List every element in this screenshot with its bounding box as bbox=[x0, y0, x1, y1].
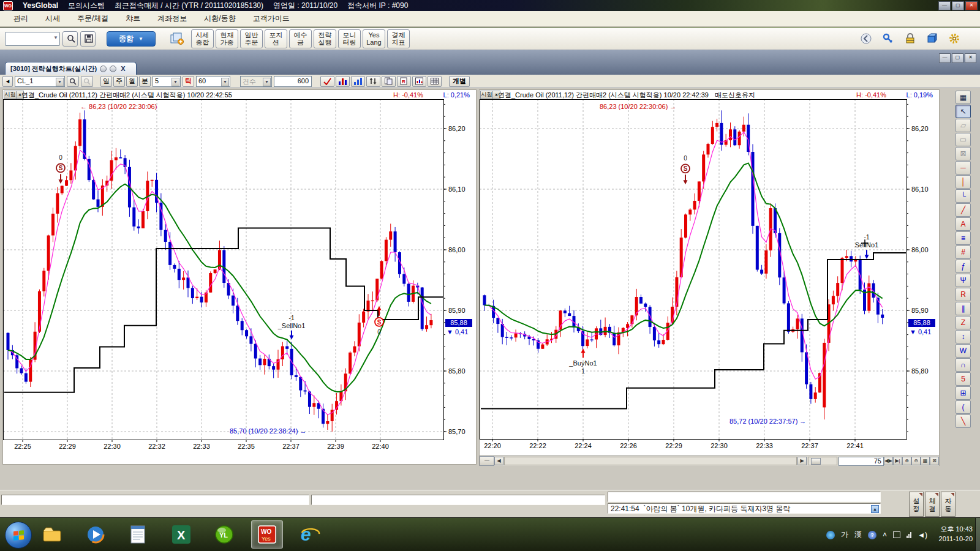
maximize-button[interactable]: ▢ bbox=[952, 1, 964, 10]
tick-button[interactable]: 틱 bbox=[183, 76, 194, 87]
menu-item-5[interactable]: 시황/동향 bbox=[195, 13, 244, 24]
close-button[interactable]: ✕ bbox=[965, 1, 978, 10]
tab-strategy-chart[interactable]: [3010] 전략실행차트(실시간) X bbox=[5, 62, 137, 75]
period-button-2[interactable]: 월 bbox=[126, 76, 138, 87]
chart-doc-icon[interactable] bbox=[412, 76, 426, 87]
ime-korean[interactable]: 가 bbox=[841, 530, 848, 540]
search-button[interactable] bbox=[62, 31, 78, 47]
taskbar-app-media-player[interactable] bbox=[80, 520, 111, 549]
menu-item-3[interactable]: 챠트 bbox=[117, 13, 149, 24]
quick-button-2[interactable]: 일반 주문 bbox=[240, 29, 263, 48]
quick-button-5[interactable]: 전략 실행 bbox=[314, 29, 336, 48]
taskbar-app-explorer[interactable] bbox=[37, 520, 69, 549]
menu-item-2[interactable]: 주문/체결 bbox=[69, 13, 117, 24]
tray-clock[interactable]: 오후 10:43 2011-10-20 bbox=[939, 524, 973, 544]
quick-button-4[interactable]: 예수 금 bbox=[289, 29, 312, 48]
level-lines-tool-icon[interactable]: ≡ bbox=[956, 231, 971, 245]
combo-arrow-icon[interactable]: ▼ bbox=[53, 35, 58, 40]
doc-r-icon[interactable]: R bbox=[397, 76, 411, 87]
menu-item-4[interactable]: 계좌정보 bbox=[149, 13, 195, 24]
help-icon[interactable]: ? bbox=[868, 531, 876, 539]
child-minimize-button[interactable]: — bbox=[939, 53, 951, 63]
price-chart-right[interactable]: 86,2086,1086,0085,9085,8022:2022:2222:24… bbox=[480, 99, 938, 455]
save-button[interactable] bbox=[80, 31, 96, 47]
quick-button-1[interactable]: 현재 가종 bbox=[216, 29, 238, 48]
zigzag-tool-icon[interactable]: Z bbox=[956, 316, 971, 329]
category-dropdown[interactable]: 종합▼ bbox=[107, 31, 156, 47]
channel-tool-icon[interactable]: ∥ bbox=[956, 302, 971, 315]
eraser-all-icon[interactable]: ⊠ bbox=[956, 147, 971, 160]
bar-count-tool-icon[interactable]: # bbox=[956, 246, 971, 259]
zoom-out-icon[interactable]: ⊖ bbox=[911, 457, 921, 465]
new-window-button[interactable] bbox=[165, 30, 185, 48]
scroll-grip[interactable]: — bbox=[480, 456, 494, 466]
bar-count-input[interactable]: 600 bbox=[274, 76, 312, 87]
regression-tool-icon[interactable]: ╲ bbox=[956, 414, 971, 428]
cursor-tool-icon[interactable]: ↖ bbox=[956, 105, 971, 118]
settings-gear-icon[interactable] bbox=[944, 32, 958, 45]
arc-tool-icon[interactable]: ∩ bbox=[956, 358, 971, 372]
period-button-0[interactable]: 일 bbox=[100, 76, 112, 87]
price-chart-left[interactable]: 86,2086,1086,0085,9085,8085,7022:2522:29… bbox=[3, 99, 475, 464]
minimize-button[interactable]: — bbox=[938, 1, 951, 10]
style-check-icon[interactable] bbox=[320, 76, 334, 87]
nav-back-button[interactable]: ◂ bbox=[2, 76, 13, 87]
period-button-1[interactable]: 주 bbox=[113, 76, 125, 87]
menu-item-1[interactable]: 시세 bbox=[37, 13, 69, 24]
symbol-combo[interactable]: CL_1▼ bbox=[15, 76, 65, 87]
taskbar-app-yesglobal[interactable]: WOYes bbox=[251, 520, 283, 549]
volume-icon[interactable]: ◄) bbox=[918, 531, 927, 539]
scroll-left-icon[interactable]: ◀ bbox=[494, 457, 503, 465]
pitchfork-tool-icon[interactable]: Ψ bbox=[956, 274, 971, 287]
show-desktop-button[interactable] bbox=[975, 518, 980, 551]
taskbar-app-excel[interactable]: X bbox=[165, 520, 197, 549]
bars-mixed-icon[interactable] bbox=[336, 76, 350, 87]
cycle-tool-icon[interactable]: ( bbox=[956, 400, 971, 414]
status-button-1[interactable]: 체 결 bbox=[925, 492, 940, 517]
tray-expand-icon[interactable]: ˄ bbox=[883, 531, 887, 539]
symbol-search-button[interactable] bbox=[67, 76, 79, 87]
angle-line-tool-icon[interactable]: └ bbox=[956, 189, 971, 203]
period-button-3[interactable]: 분 bbox=[139, 76, 151, 87]
count-combo[interactable]: 건수▼ bbox=[240, 76, 272, 87]
tab-close-icon[interactable]: X bbox=[121, 65, 125, 72]
chart-type-icon[interactable]: ▦ bbox=[956, 91, 971, 104]
tab-pin-icon[interactable] bbox=[110, 66, 116, 72]
text-tool-icon[interactable]: A bbox=[956, 217, 971, 231]
taskbar-app-internet-explorer[interactable]: e bbox=[294, 520, 326, 549]
interval-combo[interactable]: 5▼ bbox=[153, 76, 181, 87]
news-ticker[interactable]: 22:41:54 `아랍의 봄` 10개월, 카다피등 독재자3명 몰락 ▲ bbox=[608, 503, 881, 514]
taskbar-app-notepad[interactable] bbox=[123, 520, 154, 549]
gann-tool-icon[interactable]: ⊞ bbox=[956, 386, 971, 400]
quick-button-8[interactable]: 경제 지표 bbox=[387, 29, 410, 48]
ime-hanja[interactable]: 漢 bbox=[854, 530, 862, 540]
doc-copy-icon[interactable] bbox=[382, 76, 396, 87]
taskbar-app-yeslang[interactable]: YL bbox=[208, 520, 240, 549]
fib-retracement-tool-icon[interactable]: R bbox=[956, 288, 971, 301]
horizontal-line-tool-icon[interactable]: ─ bbox=[956, 161, 971, 174]
node-edit-icon[interactable]: ▱ bbox=[956, 119, 971, 132]
window-tray-icon[interactable] bbox=[893, 531, 900, 538]
pan-both-icon[interactable]: ◀▶ bbox=[884, 457, 893, 465]
scroll-right-icon[interactable]: ▶ bbox=[797, 457, 807, 465]
key-icon[interactable] bbox=[878, 32, 892, 45]
table-grid-icon[interactable] bbox=[428, 76, 442, 87]
quick-button-3[interactable]: 포지 션 bbox=[265, 29, 287, 48]
status-button-2[interactable]: 자 동 bbox=[941, 492, 956, 517]
individual-button[interactable]: 개별 bbox=[449, 76, 470, 87]
go-end-icon[interactable]: ▶| bbox=[893, 457, 902, 465]
zoom-in-icon[interactable]: ⊕ bbox=[902, 457, 911, 465]
fib-fan-tool-icon[interactable]: ƒ bbox=[956, 260, 971, 273]
lock-icon[interactable] bbox=[900, 32, 914, 45]
sort-updown-icon[interactable] bbox=[366, 76, 380, 87]
trend-line-tool-icon[interactable]: ╱ bbox=[956, 203, 971, 217]
back-icon[interactable] bbox=[856, 32, 870, 45]
test-badge[interactable]: 시험 bbox=[4, 91, 17, 99]
zoom-slider[interactable] bbox=[808, 457, 837, 465]
zoom-slider-thumb[interactable] bbox=[811, 458, 821, 465]
package-icon[interactable] bbox=[922, 32, 936, 45]
bars-blue-icon[interactable] bbox=[351, 76, 365, 87]
tab-link-icon[interactable] bbox=[100, 66, 107, 72]
start-button[interactable] bbox=[5, 522, 32, 549]
quick-button-0[interactable]: 시세 종합 bbox=[191, 29, 214, 48]
